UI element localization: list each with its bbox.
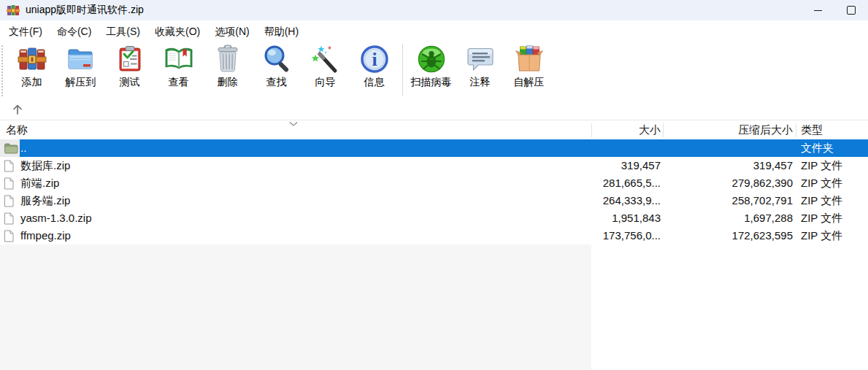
up-arrow-icon bbox=[10, 102, 25, 117]
file-row[interactable]: yasm-1.3.0.zip 1,951,843 1,697,288 ZIP 文… bbox=[0, 209, 868, 227]
toolbar-label: 查看 bbox=[169, 76, 189, 88]
file-size: 319,457 bbox=[482, 157, 661, 174]
empty-list-area bbox=[0, 244, 591, 370]
toolbar-label: 解压到 bbox=[66, 76, 96, 88]
toolbar-label: 向导 bbox=[315, 76, 336, 88]
file-row-parent-dir[interactable]: .. 文件夹 bbox=[0, 139, 868, 157]
file-type: ZIP 文件 bbox=[801, 209, 842, 227]
file-type: 文件夹 bbox=[801, 139, 834, 157]
chevron-down-icon bbox=[289, 121, 298, 127]
file-row[interactable]: 数据库.zip 319,457 319,457 ZIP 文件 bbox=[0, 157, 868, 174]
find-button[interactable]: 查找 bbox=[252, 42, 301, 88]
menu-options[interactable]: 选项(N) bbox=[207, 20, 256, 42]
column-divider[interactable] bbox=[663, 123, 664, 137]
menu-commands[interactable]: 命令(C) bbox=[50, 20, 99, 42]
file-packed: 279,862,390 bbox=[665, 174, 793, 192]
file-packed: 258,702,791 bbox=[665, 192, 793, 209]
menu-file[interactable]: 文件(F) bbox=[1, 20, 50, 42]
comment-button[interactable]: 注释 bbox=[456, 42, 504, 88]
menu-bar: 文件(F) 命令(C) 工具(S) 收藏夹(O) 选项(N) 帮助(H) bbox=[0, 20, 868, 42]
test-button[interactable]: 测试 bbox=[105, 42, 154, 88]
column-divider[interactable] bbox=[796, 123, 796, 137]
toolbar-label: 添加 bbox=[22, 76, 42, 88]
file-name: .. bbox=[20, 139, 26, 157]
file-type: ZIP 文件 bbox=[801, 192, 842, 209]
file-packed: 1,697,288 bbox=[665, 209, 793, 227]
file-size: 1,951,843 bbox=[482, 209, 661, 227]
maximize-icon bbox=[847, 6, 856, 15]
file-icon bbox=[4, 194, 20, 207]
delete-button[interactable]: 删除 bbox=[203, 42, 252, 88]
file-icon bbox=[4, 212, 20, 225]
file-name: 服务端.zip bbox=[20, 192, 70, 209]
delete-trash-icon bbox=[213, 45, 242, 74]
file-type: ZIP 文件 bbox=[801, 227, 842, 244]
file-row[interactable]: ffmpeg.zip 173,756,0... 172,623,595 ZIP … bbox=[0, 227, 868, 244]
file-name: ffmpeg.zip bbox=[20, 227, 71, 244]
window-title: uniapp版即时通讯软件.zip bbox=[26, 4, 144, 17]
file-icon bbox=[4, 177, 20, 190]
menu-tools[interactable]: 工具(S) bbox=[99, 20, 147, 42]
add-button[interactable]: 添加 bbox=[7, 42, 56, 88]
add-archive-icon bbox=[18, 45, 47, 74]
folder-icon bbox=[0, 139, 20, 157]
up-one-level-button[interactable] bbox=[9, 101, 26, 117]
file-list: .. 文件夹 数据库.zip 319,457 319,457 ZIP 文件 前端… bbox=[0, 139, 868, 370]
info-icon: i bbox=[360, 45, 389, 74]
find-magnifier-icon bbox=[262, 45, 291, 74]
wizard-wand-icon bbox=[311, 45, 340, 74]
address-bar bbox=[0, 99, 868, 120]
menu-favorites[interactable]: 收藏夹(O) bbox=[147, 20, 207, 42]
scan-virus-button[interactable]: 扫描病毒 bbox=[407, 42, 456, 88]
column-header-packed-size[interactable]: 压缩后大小 bbox=[665, 123, 793, 137]
sfx-box-icon bbox=[515, 45, 544, 74]
sfx-button[interactable]: 自解压 bbox=[504, 42, 553, 88]
file-size: 281,665,5... bbox=[482, 174, 661, 192]
file-size: 264,333,9... bbox=[482, 192, 661, 209]
file-name: 前端.zip bbox=[20, 174, 59, 192]
view-button[interactable]: 查看 bbox=[154, 42, 203, 88]
file-name: 数据库.zip bbox=[20, 157, 70, 174]
winrar-books-icon bbox=[7, 4, 20, 17]
list-header: 名称 大小 压缩后大小 类型 bbox=[0, 120, 868, 139]
wizard-button[interactable]: 向导 bbox=[301, 42, 350, 88]
minimize-button[interactable] bbox=[801, 0, 834, 20]
toolbar-gripper[interactable] bbox=[1, 45, 3, 96]
toolbar-label: 测试 bbox=[120, 76, 140, 88]
column-header-size[interactable]: 大小 bbox=[482, 123, 661, 137]
minimize-icon bbox=[814, 10, 822, 11]
file-row[interactable]: 服务端.zip 264,333,9... 258,702,791 ZIP 文件 bbox=[0, 192, 868, 209]
info-button[interactable]: i 信息 bbox=[350, 42, 399, 88]
column-divider[interactable] bbox=[591, 123, 592, 137]
file-type: ZIP 文件 bbox=[801, 157, 842, 174]
toolbar: 添加 解压到 测试 bbox=[0, 42, 868, 99]
view-file-icon bbox=[164, 45, 193, 74]
file-icon bbox=[4, 229, 20, 242]
file-type: ZIP 文件 bbox=[801, 174, 842, 192]
toolbar-label: 扫描病毒 bbox=[411, 76, 452, 88]
toolbar-separator bbox=[402, 44, 403, 96]
extract-to-icon bbox=[66, 45, 96, 74]
scan-virus-icon bbox=[417, 45, 446, 74]
file-icon bbox=[4, 159, 20, 172]
comment-bubble-icon bbox=[466, 45, 495, 74]
toolbar-label: 信息 bbox=[364, 76, 385, 88]
extract-to-button[interactable]: 解压到 bbox=[56, 42, 105, 88]
title-bar: uniapp版即时通讯软件.zip bbox=[0, 0, 868, 20]
toolbar-label: 自解压 bbox=[514, 76, 545, 88]
column-header-type[interactable]: 类型 bbox=[801, 123, 823, 137]
svg-text:i: i bbox=[372, 49, 377, 70]
maximize-button[interactable] bbox=[834, 0, 868, 20]
test-archive-icon bbox=[115, 45, 145, 74]
menu-help[interactable]: 帮助(H) bbox=[257, 20, 306, 42]
file-packed: 172,623,595 bbox=[665, 227, 793, 244]
column-header-name[interactable]: 名称 bbox=[6, 123, 28, 137]
toolbar-label: 注释 bbox=[470, 76, 491, 88]
file-name: yasm-1.3.0.zip bbox=[20, 209, 92, 227]
file-packed: 319,457 bbox=[665, 157, 793, 174]
toolbar-label: 删除 bbox=[218, 76, 238, 88]
file-row[interactable]: 前端.zip 281,665,5... 279,862,390 ZIP 文件 bbox=[0, 174, 868, 192]
window-controls bbox=[801, 0, 868, 20]
file-size: 173,756,0... bbox=[482, 227, 661, 244]
toolbar-label: 查找 bbox=[266, 76, 287, 88]
